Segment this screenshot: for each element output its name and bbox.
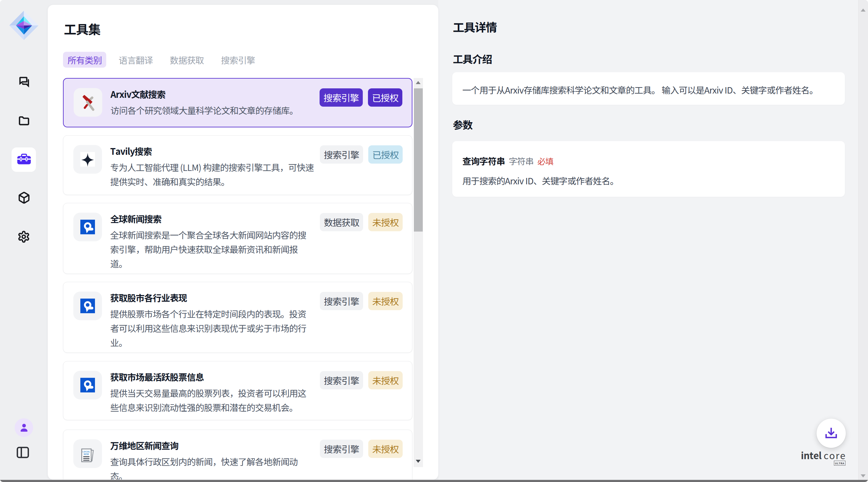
- tool-name: Arxiv文献搜索: [111, 87, 165, 101]
- intro-heading: 工具介绍: [453, 52, 492, 66]
- tool-card-arxiv[interactable]: Arxiv文献搜索 访问各个研究领域大量科学论文和文章的存储库。 搜索引擎 已授…: [63, 78, 412, 127]
- window-bottom-edge: [0, 480, 868, 482]
- svg-text:NEW: NEW: [84, 452, 89, 455]
- tool-card-tavily[interactable]: Tavily搜索 专为人工智能代理 (LLM) 构建的搜索引擎工具，可快速 提供…: [63, 135, 412, 195]
- toolbox-icon: [17, 153, 31, 167]
- tool-description: 提供股票市场各个行业在特定时间段内的表现。投资 者可以利用这些信息来识别表现优于…: [110, 307, 306, 349]
- sidebar-item-chat[interactable]: [18, 75, 30, 88]
- tool-card-sector-performance[interactable]: 获取股市各行业表现 提供股票市场各个行业在特定时间段内的表现。投资 者可以利用这…: [63, 282, 412, 353]
- tool-tags: 搜索引擎 已授权: [320, 145, 403, 164]
- tool-description: 专为人工智能代理 (LLM) 构建的搜索引擎工具，可快速 提供实时、准确和真实的…: [110, 160, 314, 189]
- param-card: 查询字符串 字符串 必填 用于搜索的Arxiv ID、关键字或作者姓名。: [452, 141, 845, 197]
- sidebar-item-tools[interactable]: [17, 153, 31, 167]
- category-badge: 搜索引擎: [320, 145, 363, 164]
- gem-logo-icon: [9, 11, 39, 40]
- tool-card-local-news[interactable]: LOCAL NEW 万维地区新闻查询 查询具体行政区划内的新闻，快速了解各地新闻…: [63, 430, 412, 480]
- tool-description: 全球新闻搜索是一个聚合全球各大新闻网站内容的搜 索引擎，帮助用户快速获取全球最新…: [110, 228, 306, 271]
- tool-name: Tavily搜索: [110, 144, 152, 158]
- tool-name: 全球新闻搜索: [110, 212, 161, 225]
- param-type: 字符串: [509, 155, 533, 167]
- tool-description: 查询具体行政区划内的新闻，快速了解各地新闻动 态。: [110, 454, 298, 480]
- tool-description: 访问各个研究领域大量科学论文和文章的存储库。: [111, 103, 298, 117]
- window-scrollbar[interactable]: [858, 0, 868, 480]
- tool-icon-tile: [73, 212, 102, 241]
- category-badge: 搜索引擎: [320, 292, 363, 310]
- chat-icon: [18, 75, 30, 88]
- sidebar-toggle-button[interactable]: [16, 446, 30, 459]
- tool-icon-tile: [73, 291, 102, 320]
- window-scroll-up-icon[interactable]: [861, 8, 866, 11]
- tool-name: 万维地区新闻查询: [110, 438, 178, 452]
- auth-status-badge: 未授权: [368, 371, 403, 389]
- list-scrollbar[interactable]: [413, 78, 423, 467]
- newspaper-icon: LOCAL NEW: [73, 440, 102, 468]
- category-tabs: 所有类别 语言翻译 数据获取 搜索引擎: [63, 52, 259, 68]
- tool-icon-tile: [73, 145, 102, 174]
- sidebar-item-models[interactable]: [18, 191, 30, 204]
- app-logo: [9, 11, 39, 40]
- auth-status-badge: 未授权: [368, 292, 403, 310]
- tool-icon-tile: [73, 371, 102, 399]
- tool-description: 提供当天交易量最高的股票列表，投资者可以利用这 些信息来识别流动性强的股票和潜在…: [110, 386, 306, 414]
- param-row: 查询字符串 字符串 必填: [462, 154, 553, 167]
- sidebar-item-files[interactable]: [18, 114, 30, 127]
- auth-status-badge: 未授权: [368, 440, 403, 458]
- intro-card: 一个用于从Arxiv存储库搜索科学论文和文章的工具。 输入可以是Arxiv ID…: [452, 72, 845, 105]
- param-description: 用于搜索的Arxiv ID、关键字或作者姓名。: [462, 174, 618, 187]
- arxiv-logo-icon: [74, 88, 102, 117]
- download-button[interactable]: [816, 419, 846, 448]
- category-badge: 搜索引擎: [319, 88, 363, 107]
- tool-tags: 搜索引擎 未授权: [320, 440, 403, 458]
- toolset-panel: 工具集 所有类别 语言翻译 数据获取 搜索引擎 Arxiv文献搜索 访问各个研究…: [48, 5, 438, 480]
- intro-text: 一个用于从Arxiv存储库搜索科学论文和文章的工具。 输入可以是Arxiv ID…: [462, 83, 818, 96]
- app-window: 工具集 所有类别 语言翻译 数据获取 搜索引擎 Arxiv文献搜索 访问各个研究…: [0, 0, 868, 482]
- params-heading: 参数: [453, 118, 472, 132]
- tool-icon-tile: LOCAL NEW: [73, 440, 102, 468]
- auth-status-badge: 未授权: [368, 213, 403, 231]
- folder-icon: [18, 114, 30, 127]
- download-icon: [823, 425, 839, 442]
- user-avatar[interactable]: [14, 418, 33, 437]
- tool-tags: 搜索引擎 已授权: [319, 88, 402, 107]
- news-r-logo-icon: [73, 212, 102, 241]
- category-badge: 搜索引擎: [320, 440, 363, 458]
- tavily-star-icon: [73, 145, 102, 174]
- intel-core-logo: intelcore: [779, 448, 846, 462]
- tool-tags: 数据获取 未授权: [320, 213, 403, 231]
- param-name: 查询字符串: [462, 154, 505, 167]
- tool-name: 获取市场最活跃股票信息: [110, 370, 204, 383]
- tool-name: 获取股市各行业表现: [110, 291, 187, 304]
- tool-tags: 搜索引擎 未授权: [320, 371, 403, 389]
- tab-data-fetch[interactable]: 数据获取: [165, 52, 209, 68]
- sidebar-item-settings[interactable]: [17, 230, 30, 243]
- tab-language-translation[interactable]: 语言翻译: [114, 52, 157, 68]
- tool-icon-tile: [74, 88, 102, 117]
- scroll-down-arrow-icon[interactable]: [416, 460, 421, 463]
- category-badge: 搜索引擎: [320, 371, 363, 389]
- category-badge: 数据获取: [320, 213, 363, 231]
- tool-tags: 搜索引擎 未授权: [320, 292, 403, 310]
- tab-search-engine[interactable]: 搜索引擎: [216, 52, 259, 68]
- scroll-up-arrow-icon[interactable]: [416, 81, 421, 84]
- details-title: 工具详情: [453, 19, 497, 34]
- news-r-logo-icon: [73, 371, 102, 399]
- param-required-badge: 必填: [537, 155, 553, 167]
- person-icon: [18, 422, 30, 433]
- auth-status-badge: 已授权: [368, 88, 402, 107]
- news-r-logo-icon: [73, 291, 102, 320]
- tab-all-categories[interactable]: 所有类别: [63, 52, 106, 68]
- auth-status-badge: 已授权: [368, 145, 403, 164]
- panel-left-icon: [16, 446, 30, 459]
- window-scroll-down-icon[interactable]: [861, 474, 866, 477]
- list-scrollbar-thumb[interactable]: [414, 88, 423, 231]
- gear-icon: [17, 230, 30, 243]
- cube-icon: [18, 191, 30, 204]
- intel-ultra-badge: ULTRA: [834, 461, 845, 465]
- page-title: 工具集: [64, 21, 100, 36]
- tool-card-global-news[interactable]: 全球新闻搜索 全球新闻搜索是一个聚合全球各大新闻网站内容的搜 索引擎，帮助用户快…: [63, 203, 412, 274]
- tool-card-active-stocks[interactable]: 获取市场最活跃股票信息 提供当天交易量最高的股票列表，投资者可以利用这 些信息来…: [63, 361, 412, 420]
